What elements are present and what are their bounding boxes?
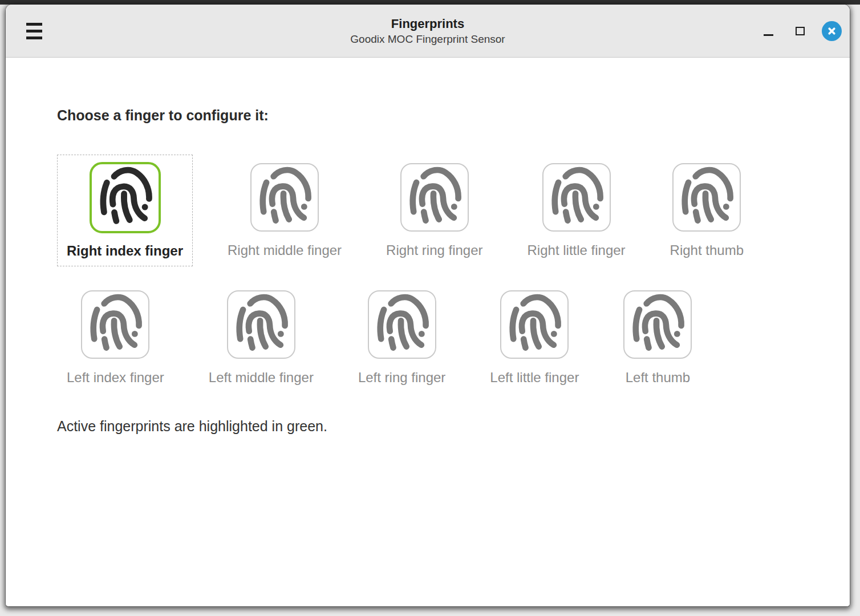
window-minimize-icon [764, 34, 773, 36]
titlebar-title-block: Fingerprints Goodix MOC Fingerprint Sens… [228, 16, 627, 46]
close-button[interactable] [822, 21, 842, 41]
finger-label: Right index finger [67, 242, 183, 259]
window-close-icon [827, 26, 837, 36]
titlebar: Fingerprints Goodix MOC Fingerprint Sens… [6, 5, 850, 58]
fingerprint-icon [369, 291, 435, 358]
finger-label: Right middle finger [228, 242, 342, 258]
hamburger-icon [26, 23, 42, 26]
finger-button-right-ring[interactable]: Right ring finger [376, 155, 492, 266]
active-fingerprints-note: Active fingerprints are highlighted in g… [57, 418, 850, 435]
window-controls [758, 5, 842, 57]
fingerprint-icon [674, 164, 740, 230]
finger-button-left-ring[interactable]: Left ring finger [348, 282, 455, 393]
fingerprint-icon [228, 291, 294, 358]
finger-button-right-middle[interactable]: Right middle finger [218, 155, 351, 266]
finger-button-left-little[interactable]: Left little finger [480, 282, 589, 393]
finger-label: Right ring finger [386, 242, 482, 258]
desktop-background: Fingerprints Goodix MOC Fingerprint Sens… [0, 0, 860, 616]
finger-row-left-hand: Left index finger Left middle finger Lef… [57, 282, 850, 393]
finger-label: Left little finger [490, 369, 579, 386]
fingerprint-icon [92, 164, 159, 231]
finger-button-left-index[interactable]: Left index finger [57, 282, 174, 393]
finger-label: Left middle finger [209, 369, 314, 386]
finger-row-right-hand: Right index finger Right middle finger R… [57, 155, 850, 266]
fingerprint-icon [501, 291, 567, 358]
fingerprint-icon [251, 164, 318, 230]
window-title: Fingerprints [228, 16, 627, 32]
fingerprints-content: Choose a finger to configure it: Right i… [6, 58, 850, 606]
finger-label: Left index finger [67, 369, 164, 386]
hamburger-menu-button[interactable] [26, 17, 54, 44]
finger-label: Right thumb [670, 242, 744, 258]
finger-label: Right little finger [528, 242, 626, 258]
finger-button-left-middle[interactable]: Left middle finger [199, 282, 323, 393]
minimize-button[interactable] [758, 21, 778, 41]
fingerprint-icon [82, 291, 148, 358]
finger-button-right-index[interactable]: Right index finger [57, 155, 193, 266]
finger-button-left-thumb[interactable]: Left thumb [614, 282, 701, 393]
window-subtitle: Goodix MOC Fingerprint Sensor [228, 32, 627, 46]
fingerprints-window: Fingerprints Goodix MOC Fingerprint Sens… [6, 5, 850, 606]
finger-label: Left ring finger [358, 369, 445, 386]
fingerprint-icon [624, 291, 691, 358]
window-maximize-icon [796, 27, 805, 35]
fingerprint-icon [543, 164, 610, 230]
page-heading: Choose a finger to configure it: [57, 107, 850, 124]
finger-label: Left thumb [626, 369, 690, 386]
maximize-button[interactable] [790, 21, 810, 41]
fingerprint-icon [401, 164, 468, 230]
finger-button-right-thumb[interactable]: Right thumb [660, 155, 753, 266]
finger-button-right-little[interactable]: Right little finger [518, 155, 635, 266]
